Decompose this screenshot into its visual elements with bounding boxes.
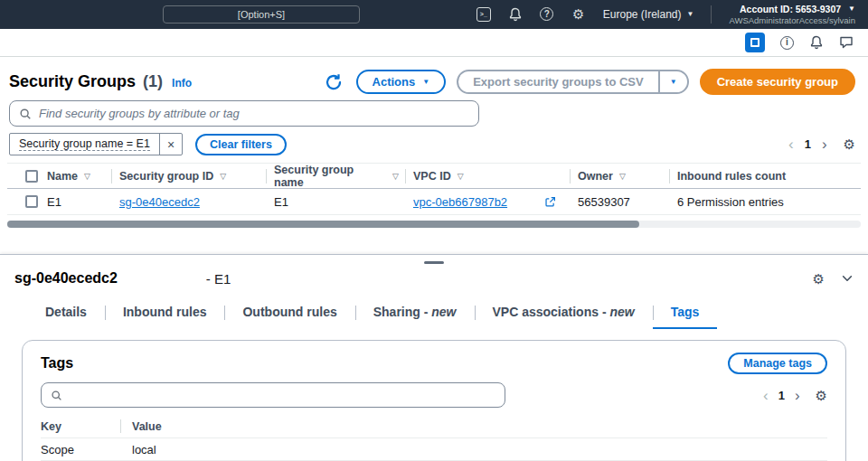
notifications-icon[interactable] [809,35,824,50]
column-header-owner[interactable]: Owner▽ [571,164,670,189]
topbar-divider [711,5,712,24]
info-link[interactable]: Info [172,77,192,89]
caret-down-icon: ▼ [848,5,855,13]
aws-console-page: [Option+S] >_ ? ⚙ Europe (Ireland) ▼ Acc… [0,0,868,461]
tag-row: Scope local [41,438,827,461]
filter-token-label: Security group name = E1 [10,134,159,155]
tags-table-header: Key Value [41,415,827,438]
tag-value: local [120,443,827,456]
account-menu[interactable]: Account ID: 5653-9307 ▼ AWSAdministrator… [729,4,855,25]
tags-search-input[interactable] [70,389,495,402]
export-csv-split-button: Export security groups to CSV ▼ [457,70,688,94]
page-header: Security Groups (1) Info Actions ▼ Expor… [0,57,868,95]
export-csv-dropdown[interactable]: ▼ [658,71,687,92]
tags-search[interactable] [41,382,505,408]
tab-outbound-rules[interactable]: Outbound rules [224,300,354,327]
horizontal-scrollbar-track[interactable] [7,221,861,228]
actions-button[interactable]: Actions ▼ [356,70,447,94]
column-header-inbound-rules-count[interactable]: Inbound rules count [670,164,861,189]
tab-details[interactable]: Details [27,300,105,327]
panel-preferences-icon[interactable]: ⚙ [813,272,825,286]
split-panel-drag-handle[interactable] [424,261,444,264]
region-label: Europe (Ireland) [603,8,682,21]
split-panel-header: sg-0e40ecedc2 - E1 ⚙ [0,255,868,287]
tab-inbound-rules[interactable]: Inbound rules [105,300,225,327]
info-panel-icon[interactable]: i [780,36,794,50]
help-icon[interactable]: ? [540,7,554,22]
table-row: E1 sg-0e40ecedc2 E1 vpc-0eb667987b2 5653… [7,189,861,215]
column-header-security-group-id[interactable]: Security group ID▽ [112,164,267,189]
security-groups-table: Name▽ Security group ID▽ Security group … [7,163,861,215]
column-header-name[interactable]: Name▽ [40,164,112,189]
refresh-icon[interactable] [322,71,345,94]
panel-collapse-chevron-icon[interactable] [841,272,854,285]
row-checkbox[interactable] [25,195,38,208]
question-glyph: ? [540,7,553,21]
cell-name: E1 [40,195,112,209]
caret-down-icon: ▼ [670,79,677,86]
tab-vpc-associations[interactable]: VPC associations - new [475,300,653,327]
create-security-group-button[interactable]: Create security group [700,69,855,95]
secondary-toolbar: i [0,29,868,57]
sort-icon: ▽ [84,172,90,181]
next-page-icon[interactable]: › [795,388,800,403]
current-page[interactable]: 1 [778,389,785,402]
search-input[interactable] [39,107,469,120]
filter-token: Security group name = E1 × [9,133,183,155]
cloudshell-icon[interactable]: >_ [476,7,491,22]
settings-gear-icon[interactable]: ⚙ [571,7,586,22]
actions-label: Actions [373,75,416,89]
vpc-id-link[interactable]: vpc-0eb667987b2 [413,195,507,209]
tags-header-key: Key [41,420,120,433]
caret-down-icon: ▼ [422,79,429,86]
tags-toolbar: ‹ 1 › ⚙ [41,382,827,408]
clear-filters-button[interactable]: Clear filters [195,134,287,155]
feedback-icon[interactable] [839,35,854,50]
sort-icon: ▽ [220,172,226,181]
tags-card-title: Tags [41,355,73,372]
external-link-icon[interactable] [544,196,556,208]
caret-down-icon: ▼ [687,11,694,18]
security-groups-search[interactable] [9,100,479,127]
export-csv-button[interactable]: Export security groups to CSV [458,71,658,92]
terminal-glyph: >_ [476,7,491,22]
search-icon [19,108,32,120]
tab-sharing[interactable]: Sharing - new [355,300,475,327]
page-title-count: (1) [143,72,163,91]
top-navigation-bar: [Option+S] >_ ? ⚙ Europe (Ireland) ▼ Acc… [0,0,868,29]
column-header-vpc-id[interactable]: VPC ID▽ [406,164,571,189]
tags-table: Key Value Scope local Name E1 [41,415,827,461]
layout-icon [750,38,760,47]
security-group-id-link[interactable]: sg-0e40ecedc2 [119,195,200,209]
panel-title: sg-0e40ecedc2 [14,270,118,287]
select-all-checkbox[interactable] [25,170,38,183]
search-icon [51,390,62,401]
column-header-security-group-name[interactable]: Security group name▽ [267,164,406,189]
table-header-row: Name▽ Security group ID▽ Security group … [7,163,861,189]
global-search-input[interactable]: [Option+S] [163,5,360,24]
previous-page-icon[interactable]: ‹ [788,136,794,152]
tags-preferences-icon[interactable]: ⚙ [816,389,827,402]
split-panel-layout-button[interactable] [745,33,765,52]
tags-header-value: Value [120,415,827,437]
info-glyph: i [780,36,794,50]
manage-tags-button[interactable]: Manage tags [728,353,827,374]
tags-pagination: ‹ 1 › ⚙ [763,388,827,403]
horizontal-scrollbar-thumb[interactable] [7,221,639,228]
filter-token-close-icon[interactable]: × [159,134,182,155]
next-page-icon[interactable]: › [822,136,827,152]
current-page[interactable]: 1 [805,137,811,151]
cell-inbound-rules-count: 6 Permission entries [670,195,861,209]
table-pagination: ‹ 1 › ⚙ [788,136,855,152]
panel-subtitle: - E1 [206,271,231,287]
notifications-bell-icon[interactable] [508,7,523,22]
table-preferences-icon[interactable]: ⚙ [844,137,855,151]
sort-icon: ▽ [458,172,464,181]
tag-key: Scope [41,443,120,456]
account-id-label: Account ID: 5653-9307 [740,4,841,15]
region-selector[interactable]: Europe (Ireland) ▼ [603,8,694,21]
page-title: Security Groups [9,72,136,91]
filter-row: Security group name = E1 × Clear filters… [9,133,855,155]
previous-page-icon[interactable]: ‹ [763,388,769,403]
tab-tags[interactable]: Tags [653,300,718,329]
